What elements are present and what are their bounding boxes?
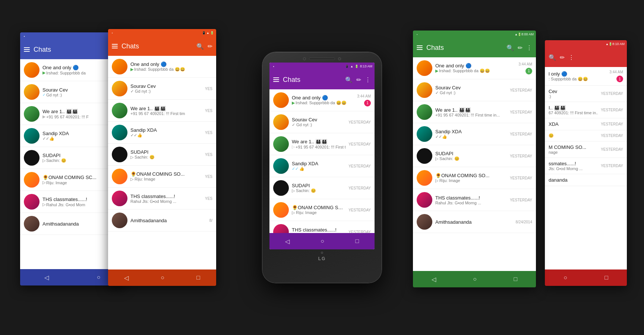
- menu-icon[interactable]: [112, 44, 118, 48]
- back-icon[interactable]: ◁: [285, 238, 290, 245]
- home-icon[interactable]: ○: [97, 274, 101, 281]
- back-icon[interactable]: ◁: [124, 274, 129, 281]
- unread-badge: 1: [616, 76, 623, 82]
- back-icon[interactable]: ◁: [432, 276, 436, 283]
- avatar: [24, 106, 40, 122]
- home-icon[interactable]: ○: [161, 274, 164, 281]
- green-screen: ▪ ▲🔋 8:00 AM Chats 🔍 ✏ ⋮ One and only 🔵▶…: [413, 31, 536, 287]
- chat-item[interactable]: Sandip XDA✓✓👍 YES: [108, 122, 216, 144]
- chat-item[interactable]: We are 1.. 👨‍👨‍👧‍👦👨‍👨‍👧‍👦▷ +91 95 67 409…: [269, 133, 375, 155]
- chat-item[interactable]: 😊 YESTERDAY: [545, 130, 627, 141]
- home-icon[interactable]: ○: [564, 274, 567, 281]
- chat-item[interactable]: 🌻ONAM COMING SO...▷ Riju: Image YES: [108, 166, 216, 188]
- avatar: [273, 136, 289, 152]
- red-screen: ▲🔋 8:10 AM 🔍 ✏ ⋮ l only 🔵: Suppprbbb da …: [545, 40, 627, 286]
- camera-dot2: [338, 57, 341, 60]
- recent-icon[interactable]: □: [514, 276, 518, 283]
- chat-item[interactable]: One and only 🔵▶ Irshad: Suppprbbb da 😄😄: [108, 56, 216, 78]
- main-screen: ▪ 📱 ▲ 🔋 8:13 AM Chats 🔍 ✏ ⋮: [269, 63, 375, 249]
- side-button: [321, 252, 323, 254]
- search-icon[interactable]: 🔍: [549, 54, 556, 61]
- compose-icon[interactable]: ✏: [518, 44, 523, 51]
- chat-list: One and only 🔵▶ Irshad: Suppprbbb da 😄😄 …: [108, 56, 216, 269]
- menu-icon[interactable]: [273, 77, 279, 82]
- avatar: [417, 104, 432, 120]
- avatar: [273, 158, 289, 174]
- avatar: [24, 150, 40, 166]
- search-icon[interactable]: 🔍: [506, 44, 514, 51]
- chat-item[interactable]: SUDAPI▷ Sachin: 😊 YESTERDAY: [269, 177, 375, 199]
- more-icon[interactable]: ⋮: [568, 54, 574, 61]
- recent-icon[interactable]: □: [604, 274, 608, 281]
- home-icon[interactable]: ○: [321, 238, 324, 245]
- more-icon[interactable]: ⋮: [526, 44, 532, 51]
- avatar: [24, 194, 40, 210]
- chat-item[interactable]: THS classmates......!Rahul Jts: G•od Mor…: [413, 189, 536, 211]
- avatar: [417, 60, 432, 76]
- lg-logo: LG: [318, 255, 326, 264]
- chat-item[interactable]: We are 1.. 👨‍👨‍👧‍👦👨‍👨‍👧‍👦+91 95 67 40920…: [413, 101, 536, 123]
- nav-bar: ◁ ○ □: [108, 269, 216, 286]
- avatar: [24, 172, 40, 188]
- chat-item[interactable]: Sourav Cev✓ Gd nyt :) YESTERDAY: [413, 79, 536, 101]
- compose-icon[interactable]: ✏: [208, 43, 212, 50]
- chat-item[interactable]: SUDAPI▷ Sachin: 😊 YESTERDAY: [413, 145, 536, 167]
- chat-item[interactable]: Sandip XDA✓✓👍 YESTERDAY: [413, 123, 536, 145]
- nav-bar: ○ □: [545, 269, 627, 286]
- avatar: [112, 59, 127, 74]
- avatar: [417, 214, 432, 230]
- search-icon[interactable]: 🔍: [196, 43, 204, 50]
- chat-item[interactable]: THS classmates......!Rahul Jts: G•od Mor…: [269, 221, 375, 233]
- chat-item[interactable]: One and only 🔵▶ Irshad: Suppprbbb da 😄😄 …: [413, 57, 536, 79]
- chat-item[interactable]: One and only 🔵 ▶ Irshad: Suppprbbb da 😄😄…: [269, 89, 375, 111]
- home-icon[interactable]: ○: [473, 276, 477, 283]
- chat-item[interactable]: l only 🔵: Suppprbbb da 😄😄 3:44 AM1: [545, 67, 627, 86]
- avatar: [112, 191, 127, 206]
- green-time: 8:00 AM: [521, 32, 534, 36]
- avatar: [273, 180, 289, 196]
- chat-item[interactable]: 🌻ONAM COMING SO...▷ Riju: Image YESTERDA…: [269, 199, 375, 221]
- lg-phone: ▪ 📱 ▲ 🔋 8:13 AM Chats 🔍 ✏ ⋮: [262, 52, 382, 283]
- recent-icon[interactable]: □: [356, 238, 359, 245]
- chat-item[interactable]: 🌻ONAM COMING SO...▷ Riju: Image YESTERDA…: [413, 167, 536, 189]
- avatar: [417, 170, 432, 186]
- menu-icon[interactable]: [417, 45, 423, 50]
- compose-icon[interactable]: ✏: [356, 76, 361, 83]
- menu-icon[interactable]: [24, 47, 30, 52]
- recent-icon[interactable]: □: [196, 274, 200, 281]
- avatar: [417, 82, 432, 98]
- back-icon[interactable]: ◁: [44, 274, 49, 281]
- chat-item[interactable]: ssmates......!Jts: G•od Morng ... YESTER…: [545, 158, 627, 174]
- avatar: [273, 92, 289, 108]
- chat-item[interactable]: dananda: [545, 174, 627, 186]
- avatar: [24, 216, 40, 232]
- scene: ▪ Chats 🔍 One and only 🔵▶ Irshad: Supppr…: [0, 0, 644, 335]
- chat-item[interactable]: THS classmates......!Rahul Jts: G•od Mor…: [108, 188, 216, 210]
- avatar: [273, 202, 289, 218]
- chat-item[interactable]: M COMING SO...nage YESTERDAY: [545, 141, 627, 158]
- chat-item[interactable]: Sandip XDA✓✓👍 YESTERDAY: [269, 155, 375, 177]
- nav-bar: ◁ ○ □: [269, 233, 375, 249]
- more-icon[interactable]: ⋮: [365, 76, 371, 83]
- app-title: Chats: [283, 76, 341, 84]
- avatar: [112, 81, 127, 96]
- chat-item[interactable]: Cev:) YESTERDAY: [545, 86, 627, 102]
- search-icon[interactable]: 🔍: [345, 76, 353, 83]
- chat-item[interactable]: SUDAPI▷ Sachin: 😊 YES: [108, 144, 216, 166]
- chat-item[interactable]: I.. 👨‍👨‍👧‍👦👨‍👨‍👧‍👦67 409201: !!! First t…: [545, 102, 627, 118]
- chat-item[interactable]: Amithsadananda 8/: [108, 210, 216, 232]
- camera-dot: [303, 57, 306, 60]
- compose-icon[interactable]: ✏: [560, 54, 565, 61]
- chat-item[interactable]: Amithsadananda 8/24/2014: [413, 211, 536, 233]
- avatar: [112, 169, 127, 184]
- avatar: [417, 126, 432, 142]
- chat-item[interactable]: We are 1.. 👨‍👨‍👧‍👦👨‍👨‍👧‍👦+91 95 67 40920…: [108, 100, 216, 122]
- status-time: 8:13 AM: [360, 64, 372, 68]
- chat-list: l only 🔵: Suppprbbb da 😄😄 3:44 AM1 Cev:)…: [545, 67, 627, 269]
- avatar: [417, 192, 432, 208]
- chat-item[interactable]: XDA YESTERDAY: [545, 118, 627, 130]
- chat-item[interactable]: Sourav Cev✓ Gd nyt :) YES: [108, 78, 216, 100]
- avatar: [112, 125, 127, 140]
- avatar: [273, 224, 289, 233]
- chat-item[interactable]: Sourav Cev✓ Gd nyt :) YESTERDAY: [269, 111, 375, 133]
